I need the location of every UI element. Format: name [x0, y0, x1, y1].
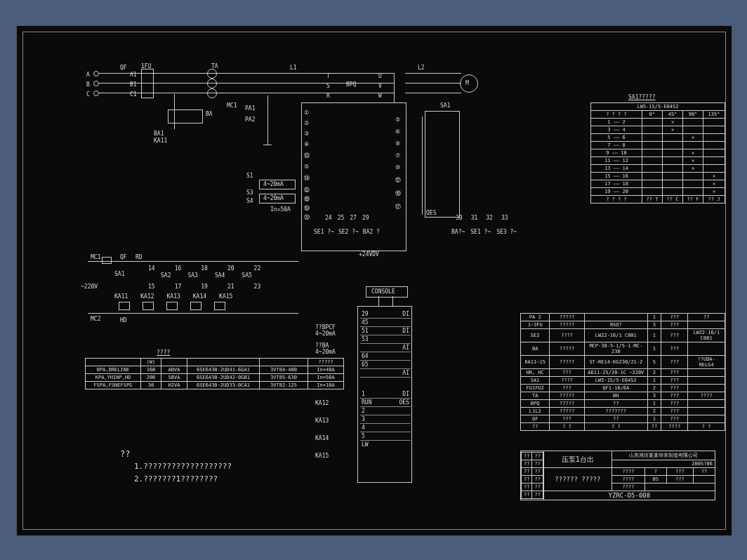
parts-cell: ????	[550, 377, 585, 385]
sa1f0: ? ? ? ?	[591, 196, 642, 204]
cr1l: 45	[362, 319, 369, 326]
sh5: ?????	[308, 359, 344, 366]
terminal-c	[93, 91, 99, 96]
n18: 18	[201, 265, 208, 272]
parts-cell: 5	[647, 356, 661, 369]
cbp4: 4	[362, 425, 365, 431]
s4-label: S4	[246, 198, 253, 204]
sa1r93	[683, 188, 703, 196]
notes-l1: 1.???????????????????	[134, 462, 232, 471]
parts-cell: KA11~15	[521, 356, 550, 369]
ladder-mc1: MC1	[91, 254, 100, 260]
br30: ??	[522, 476, 532, 484]
s01: 160	[141, 366, 161, 374]
sa1r10: 3 —— 4	[591, 126, 642, 134]
ba1-label: BA1	[154, 131, 164, 137]
tb-company: 山东潍坊某某华东制造有限公司	[612, 451, 715, 460]
sa1h0: ? ? ? ?	[591, 111, 642, 119]
bpq-t15: ⑮	[304, 186, 310, 194]
bpq-t4: ④	[304, 141, 310, 147]
bpq-t5: ⑤	[304, 164, 310, 170]
term-b1: B1	[130, 81, 137, 88]
sa1r43: ×	[683, 149, 703, 157]
sa1f2: ?? C	[663, 196, 683, 204]
sa1r63: ×	[683, 165, 703, 173]
spec-header-row: (W) ?????	[86, 359, 344, 366]
s14: 3VT85-630	[260, 374, 308, 382]
term-c1: C1	[130, 91, 137, 98]
ct-b	[207, 79, 217, 88]
sa1-table: LW5-15/5-E6452 ? ? ? ?0°45°90°135° 1 —— …	[590, 102, 725, 204]
parts-cell: 1~3FU	[521, 321, 550, 329]
s13: 6SE6430-2UD42-0GB1	[187, 374, 260, 382]
s15: In=50A	[308, 374, 344, 382]
br50: ??	[522, 491, 532, 499]
h5-box	[214, 302, 225, 310]
parts-cell: 3	[647, 321, 661, 329]
out-v	[405, 83, 461, 84]
bpq-in-t	[394, 73, 395, 102]
bpq-v: V	[378, 83, 382, 89]
parts-cell: ?????	[550, 314, 585, 321]
ladder-bot-nums: 15 17 19 21 23	[148, 284, 260, 290]
ladder-220v: ~220V	[81, 284, 98, 290]
parts-cell: ??UDA-RELG4	[688, 356, 725, 369]
parts-cell: LW22-16/1 C001	[584, 329, 647, 342]
bl6: SE3 ?~	[496, 229, 517, 235]
sa1-title: SA1?????	[628, 94, 656, 100]
spec-row-2: FSPA,FSNEFSPG30H2VA6SE6430-2UD33-0CA13VT…	[86, 382, 344, 389]
cbp1: RUN	[362, 399, 371, 406]
sa1-common	[422, 116, 423, 215]
bn24: 24	[325, 215, 332, 221]
sa1r53: ×	[683, 157, 703, 165]
parts-row-12: ??? ?? ???????? ?	[521, 423, 725, 431]
bpq-label: BPQ	[346, 81, 356, 88]
sa1r54	[703, 157, 725, 165]
bpq-24v: +24VDV	[359, 251, 379, 258]
parts-row-7: FU1FU2???QF1-16/6A2???	[521, 385, 725, 392]
ladder-sa1: SA1	[114, 271, 124, 277]
cbp2: 2	[362, 408, 365, 414]
parts-cell: ??	[521, 423, 550, 431]
m00: ????	[612, 468, 644, 476]
ct-a	[207, 69, 217, 79]
bl5: SE1 ?~	[470, 229, 491, 235]
sa1r60: 13 —— 14	[591, 165, 642, 173]
sa1r94: ×	[703, 188, 725, 196]
br01: ??	[532, 453, 543, 460]
sa1r02: ×	[663, 119, 683, 126]
parts-row-5: HR, HC???AD11-25/20-1C ~220V2???	[521, 369, 725, 377]
cr3l: 53	[362, 336, 369, 342]
sa1r24	[703, 134, 725, 142]
bl1: SE2 ?~	[338, 229, 359, 235]
console-left-labels: ??BPCF 4~20mA ??BA 4~20mA	[315, 324, 336, 355]
parts-cell: TA	[521, 392, 550, 400]
bpq-r10: ⑩	[395, 164, 401, 171]
parts-cell: ???	[661, 400, 688, 408]
parts-row-0: PA 2?????1?????	[521, 314, 725, 321]
s00: BPA,BRELINE	[86, 366, 141, 374]
bpq-t2: ②	[304, 120, 310, 126]
parts-cell	[688, 385, 725, 392]
parts-cell: ???	[550, 385, 585, 392]
ba-label: BA	[206, 111, 213, 117]
page: A B C QF A1 B1 C1 1FU TA L1 BA BA1 KA11 …	[0, 0, 747, 560]
s25: In=10A	[308, 382, 344, 389]
s1-label: S1	[246, 173, 253, 179]
sa1r71	[642, 173, 663, 180]
m11: 05	[645, 476, 667, 484]
m12: ???	[666, 476, 694, 484]
parts-cell: LW22-16/1 C001	[688, 329, 725, 342]
h2-box	[143, 302, 154, 310]
fuse-mc1	[102, 257, 112, 264]
s04: 3VT84-400	[260, 366, 308, 374]
bpq-r17: ⑰	[395, 203, 401, 211]
console-conn1	[378, 296, 379, 306]
sa4: SA4	[215, 272, 225, 279]
sa1r41	[642, 149, 663, 157]
s03: 6SE6430-2UD41-6GA1	[187, 366, 260, 374]
sa1r92	[663, 188, 683, 196]
ladder-rd: RD	[135, 254, 143, 260]
parts-cell: ? ?	[688, 423, 725, 431]
parts-cell: 1	[647, 342, 661, 356]
